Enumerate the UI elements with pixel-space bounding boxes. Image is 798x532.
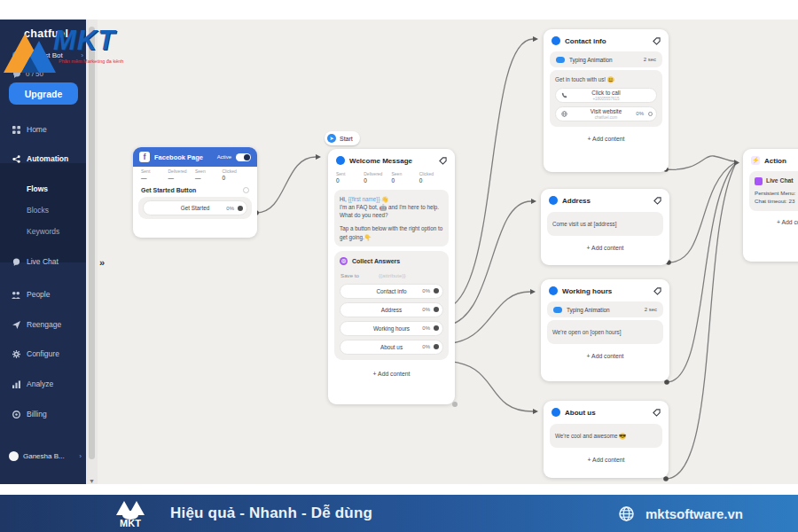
phone-icon — [561, 92, 567, 98]
sidebar-item-flows[interactable]: Flows — [0, 184, 86, 193]
typing-icon — [553, 307, 562, 313]
messenger-icon — [552, 408, 560, 417]
scrollbar-down-arrow[interactable]: ▼ — [88, 478, 96, 484]
tag-icon[interactable] — [439, 157, 447, 165]
chat-bubble-icon — [12, 69, 21, 78]
get-started-button[interactable]: Get Started 0% — [143, 200, 247, 215]
tag-icon[interactable] — [653, 409, 661, 417]
scrollbar-thumb[interactable] — [89, 27, 95, 459]
sidebar-item-people[interactable]: People — [0, 290, 86, 299]
footer-website[interactable]: mktsoftware.vn — [645, 506, 743, 521]
tag-icon[interactable] — [653, 197, 661, 205]
scrollbar[interactable]: ▼ — [86, 20, 98, 484]
paper-plane-icon — [12, 320, 20, 329]
settings-gear-icon[interactable] — [243, 187, 249, 193]
action-body[interactable]: Live Chat Persistent Menu: Chat timeout:… — [749, 171, 798, 211]
message-bubble[interactable]: Get in touch with us! 😃 Click to call +1… — [550, 70, 662, 127]
typing-icon — [556, 57, 565, 63]
connection-handle[interactable] — [648, 112, 653, 116]
welcome-message-node[interactable]: Welcome Message Sent0 Delivered0 Seen0 C… — [328, 149, 455, 404]
collect-answers-block[interactable]: ◎ Collect Answers Save to {{attribute}} … — [334, 251, 449, 360]
sidebar-item-home[interactable]: Home — [0, 125, 86, 134]
get-started-section-label: Get Started Button — [141, 187, 243, 193]
tag-icon[interactable] — [653, 287, 661, 295]
gear-icon — [12, 349, 20, 358]
facebook-page-node[interactable]: f Facebook Page Active Sent— Delivered— … — [133, 147, 257, 238]
chevron-right-icon: › — [81, 51, 83, 59]
sidebar-item-billing[interactable]: Billing — [0, 410, 86, 419]
usage-counter: 0 / 50 — [12, 69, 43, 78]
save-to-label: Save to — [340, 272, 359, 278]
account-selector[interactable]: Ganesha B... › — [9, 451, 82, 461]
bot-selector[interactable]: My First Bot › — [12, 51, 83, 59]
sidebar: chatfuel My First Bot › 0 / 50 Upgrade H… — [0, 20, 86, 484]
connection-handle[interactable] — [238, 206, 243, 211]
quick-reply-address[interactable]: Address 0% — [340, 302, 443, 317]
action-node[interactable]: ⚡ Action Live Chat Persistent Menu: Chat… — [743, 149, 798, 262]
visit-website-button[interactable]: Visit website chatfuel.com 0% — [555, 106, 657, 121]
sidebar-expand-toggle[interactable]: » — [99, 257, 105, 268]
add-content-button[interactable]: + Add content — [541, 347, 669, 366]
start-node[interactable]: ➤ Start — [325, 131, 360, 145]
click-to-call-button[interactable]: Click to call +18005557615 — [555, 88, 657, 103]
messenger-icon — [336, 156, 345, 165]
message-bubble[interactable]: We're open on [open hours] — [547, 320, 663, 344]
globe-icon — [619, 506, 634, 521]
start-play-icon: ➤ — [327, 134, 336, 143]
people-icon — [12, 290, 20, 299]
upgrade-button[interactable]: Upgrade — [9, 82, 78, 105]
tag-icon[interactable] — [653, 37, 661, 45]
message-bubble[interactable]: Come visit us at [address] — [547, 212, 663, 236]
contact-info-node[interactable]: Contact info Typing Animation 2 sec Get … — [544, 29, 669, 172]
sidebar-item-blocks[interactable]: Blocks — [0, 206, 86, 215]
quick-reply-working-hours[interactable]: Working hours 0% — [340, 321, 443, 336]
add-content-button[interactable]: + Add content — [544, 450, 669, 470]
billing-icon — [12, 410, 20, 419]
footer-banner: MKT Hiệu quả - Nhanh - Dễ dùng mktsoftwa… — [0, 495, 798, 532]
sidebar-item-keywords[interactable]: Keywords — [0, 227, 86, 236]
svg-text:MKT: MKT — [120, 518, 141, 528]
live-chat-icon — [12, 257, 20, 266]
delivery-stats: Sent0 Delivered0 Seen0 Clicked0 — [328, 169, 455, 187]
sidebar-item-configure[interactable]: Configure — [0, 349, 86, 358]
sidebar-item-reengage[interactable]: Reengage — [0, 320, 86, 329]
active-toggle[interactable] — [236, 153, 251, 161]
globe-icon — [561, 111, 567, 117]
quick-reply-contact-info[interactable]: Contact info 0% — [340, 284, 443, 299]
live-chat-chip-icon — [755, 177, 763, 185]
home-icon — [12, 125, 20, 134]
node-title: Contact info — [565, 37, 648, 45]
node-resize-handle[interactable] — [452, 402, 458, 407]
sidebar-item-automation[interactable]: Automation — [0, 154, 86, 163]
status-badge: Active — [217, 154, 231, 160]
automation-icon — [12, 154, 20, 163]
about-us-node[interactable]: About us We're cool and awesome 😎 + Add … — [544, 401, 669, 478]
working-hours-node[interactable]: Working hours Typing Animation 2 sec We'… — [541, 279, 669, 381]
add-content-button[interactable]: + Add content — [544, 129, 669, 149]
typing-animation-row[interactable]: Typing Animation 2 sec — [550, 51, 662, 67]
connection-handle[interactable] — [434, 288, 439, 293]
add-content-button[interactable]: + Add content — [541, 239, 669, 258]
first-name-variable: {{first name}} — [348, 196, 379, 202]
connection-handle[interactable] — [434, 344, 439, 349]
node-title: About us — [565, 409, 648, 417]
node-title: Welcome Message — [349, 157, 434, 165]
sidebar-item-live-chat[interactable]: Live Chat — [0, 257, 86, 266]
facebook-node-header: f Facebook Page Active — [133, 147, 257, 167]
messenger-icon — [552, 36, 560, 45]
avatar — [9, 451, 19, 461]
quick-reply-about-us[interactable]: About us 0% — [340, 340, 443, 355]
live-chat-chip-label: Live Chat — [766, 176, 794, 185]
attribute-placeholder[interactable]: {{attribute}} — [379, 272, 406, 278]
node-title: Address — [562, 197, 649, 205]
add-content-button[interactable]: + Add content — [328, 364, 455, 384]
add-content-button[interactable]: + Add content — [743, 213, 798, 232]
typing-animation-row[interactable]: Typing Animation 2 sec — [547, 301, 663, 317]
message-bubble[interactable]: We're cool and awesome 😎 — [550, 424, 662, 448]
address-node[interactable]: Address Come visit us at [address] + Add… — [541, 189, 669, 265]
footer-slogan: Hiệu quả - Nhanh - Dễ dùng — [170, 505, 372, 522]
connection-handle[interactable] — [434, 325, 439, 331]
message-bubble[interactable]: Hi, {{first name}} 👋 I'm an FAQ bot, 🤖 a… — [334, 190, 449, 246]
connection-handle[interactable] — [434, 307, 439, 312]
sidebar-item-analyze[interactable]: Analyze — [0, 379, 86, 388]
